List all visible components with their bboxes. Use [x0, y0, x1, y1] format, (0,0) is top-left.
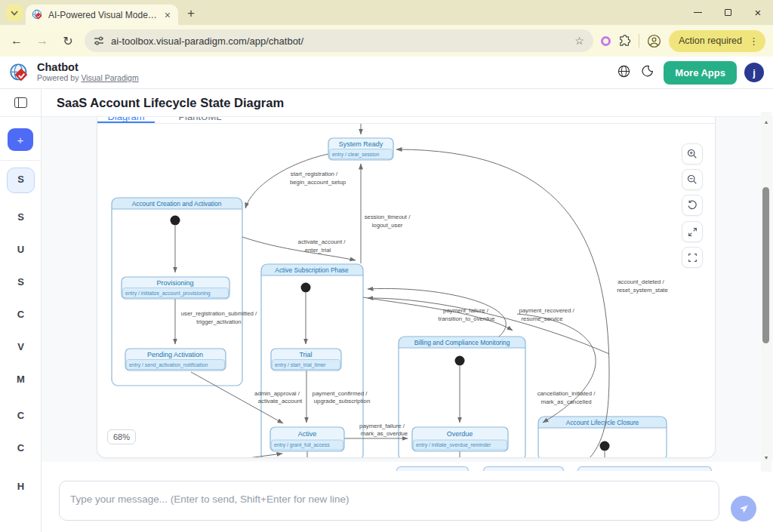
svg-text:payment_recovered /: payment_recovered /: [519, 307, 574, 314]
browser-toolbar: ← → ↻ ai-toolbox.visual-paradigm.com/app…: [0, 25, 773, 57]
svg-text:activate_account: activate_account: [258, 398, 303, 404]
zoom-in-button[interactable]: [682, 143, 703, 165]
composer-panel: [42, 462, 773, 532]
user-avatar[interactable]: j: [744, 63, 764, 82]
sidebar-item-chat-6[interactable]: V: [0, 341, 42, 352]
initial-state-account-creation: [171, 216, 180, 226]
sidebar-toggle-button[interactable]: [0, 89, 41, 117]
state-diagram-canvas[interactable]: Account Creation and Activation Active S…: [97, 124, 715, 457]
reload-button[interactable]: ↻: [59, 34, 77, 48]
action-required-button[interactable]: Action required ⋮: [669, 30, 765, 52]
sidebar-item-chat-3[interactable]: U: [0, 244, 42, 255]
profile-icon[interactable]: [647, 34, 661, 48]
language-globe-icon[interactable]: [615, 65, 632, 81]
svg-text:Trial: Trial: [299, 351, 312, 358]
fit-to-screen-button[interactable]: [682, 221, 703, 242]
svg-text:begin_account_setup: begin_account_setup: [290, 179, 346, 186]
browser-menu-icon[interactable]: ⋮: [747, 35, 761, 47]
svg-text:Account Creation and Activatio: Account Creation and Activation: [132, 200, 222, 208]
svg-text:Active Subscription Phase: Active Subscription Phase: [275, 266, 349, 274]
back-button[interactable]: ←: [8, 34, 26, 48]
zoom-out-button[interactable]: [682, 169, 703, 190]
scroll-down-icon[interactable]: ▼: [761, 455, 771, 460]
svg-text:Billing and Compliance Monitor: Billing and Compliance Monitoring: [414, 339, 510, 346]
initial-state-billing: [455, 356, 465, 366]
new-chat-button[interactable]: +: [8, 128, 33, 151]
send-button[interactable]: [731, 496, 756, 521]
minimize-button[interactable]: [682, 0, 713, 25]
scroll-up-icon[interactable]: ▲: [761, 119, 771, 125]
zoom-level-badge: 68%: [107, 429, 136, 444]
browser-tabstrip: AI-Powered Visual Modeling Ch × + ×: [0, 0, 773, 25]
initial-state-active-subscription: [301, 283, 311, 293]
sidebar-item-chat-7[interactable]: M: [0, 374, 42, 385]
state-overdue: Overdue entry / initiate_overdue_reminde…: [412, 427, 508, 451]
chat-main: SaaS Account Lifecycle State Diagram Dia…: [42, 89, 773, 532]
svg-text:upgrade_subscription: upgrade_subscription: [314, 398, 371, 404]
fullscreen-button[interactable]: [682, 247, 703, 268]
visual-paradigm-logo: [9, 63, 29, 83]
tab-plantuml-source[interactable]: PlantUML Source: [164, 117, 236, 124]
sidebar-item-chat-10[interactable]: H: [0, 481, 42, 492]
diagram-message-card: Diagram PlantUML Source: [97, 117, 716, 458]
svg-text:payment_failure /: payment_failure /: [359, 423, 405, 429]
svg-text:Provisioning: Provisioning: [156, 279, 193, 287]
sidebar-item-chat-8[interactable]: C: [0, 410, 42, 421]
svg-text:user_registration_submitted /: user_registration_submitted /: [181, 310, 257, 317]
maximize-button[interactable]: [713, 0, 743, 25]
message-input[interactable]: [60, 481, 719, 520]
svg-text:mark_as_cancelled: mark_as_cancelled: [540, 398, 591, 405]
sidebar-item-chat-5[interactable]: C: [0, 309, 42, 320]
favicon-visual-paradigm: [32, 9, 43, 20]
svg-text:account_deleted /: account_deleted /: [617, 278, 664, 285]
svg-text:logout_user: logout_user: [372, 222, 403, 229]
svg-text:mark_as_overdue: mark_as_overdue: [361, 430, 408, 437]
message-input-box[interactable]: [59, 481, 719, 521]
reset-view-button[interactable]: [682, 195, 703, 216]
sidebar-item-chat-4[interactable]: S: [0, 276, 42, 288]
extension-icon[interactable]: [601, 36, 611, 46]
svg-text:entry / initialize_account_pro: entry / initialize_account_provisioning: [125, 291, 211, 297]
more-apps-button[interactable]: More Apps: [664, 61, 737, 85]
app-header: Chatbot Powered by Visual Paradigm More …: [0, 57, 773, 89]
zoom-in-icon: [687, 149, 698, 159]
tab-close-icon[interactable]: ×: [163, 10, 172, 20]
sidebar-item-chat-9[interactable]: C: [0, 442, 42, 454]
chevron-down-icon: [11, 11, 18, 16]
chat-scroll-area[interactable]: Diagram PlantUML Source: [42, 117, 773, 462]
panel-toggle-icon: [14, 97, 27, 108]
svg-text:Pending Activation: Pending Activation: [147, 351, 203, 358]
forward-button[interactable]: →: [33, 34, 51, 48]
sidebar-item-chat-2[interactable]: S: [0, 211, 42, 223]
svg-text:System Ready: System Ready: [339, 140, 383, 148]
sidebar-item-chat-1[interactable]: S: [0, 174, 42, 185]
url-text[interactable]: ai-toolbox.visual-paradigm.com/app/chatb…: [111, 35, 568, 47]
extensions-puzzle-icon[interactable]: [618, 35, 631, 48]
svg-text:entry / start_trial_timer: entry / start_trial_timer: [275, 362, 326, 368]
svg-text:reset_system_state: reset_system_state: [617, 287, 668, 294]
site-settings-icon[interactable]: [94, 36, 104, 45]
svg-text:transition_to_overdue: transition_to_overdue: [439, 315, 495, 322]
address-bar[interactable]: ai-toolbox.visual-paradigm.com/app/chatb…: [85, 29, 593, 52]
state-active: Active entry / grant_full_access: [270, 427, 344, 451]
state-pending-activation: Pending Activation entry / send_activati…: [125, 349, 226, 371]
close-button[interactable]: ×: [743, 0, 773, 25]
dark-mode-moon-icon[interactable]: [639, 65, 656, 80]
browser-tab-active[interactable]: AI-Powered Visual Modeling Ch ×: [26, 5, 178, 25]
bookmark-star-icon[interactable]: ☆: [574, 35, 584, 47]
card-tab-bar: Diagram PlantUML Source: [97, 117, 715, 124]
sidebar-divider: [0, 160, 41, 161]
tab-search-button[interactable]: [6, 5, 23, 21]
page-scrollbar[interactable]: ▲ ▼: [761, 112, 771, 472]
maximize-icon: [725, 9, 731, 16]
state-trial: Trial entry / start_trial_timer: [271, 349, 341, 371]
composite-closure: Account Lifecycle Closure: [538, 417, 667, 457]
new-tab-button[interactable]: +: [187, 6, 195, 21]
state-system-ready: System Ready entry / clear_session: [328, 138, 393, 160]
scrollbar-thumb[interactable]: [762, 187, 769, 343]
visual-paradigm-link[interactable]: Visual Paradigm: [81, 73, 138, 82]
svg-text:start_registration /: start_registration /: [291, 171, 338, 177]
clipped-diagram-element: [577, 466, 712, 471]
state-provisioning: Provisioning entry / initialize_account_…: [122, 277, 229, 299]
svg-text:entry / send_activation_notifi: entry / send_activation_notification: [129, 362, 208, 368]
